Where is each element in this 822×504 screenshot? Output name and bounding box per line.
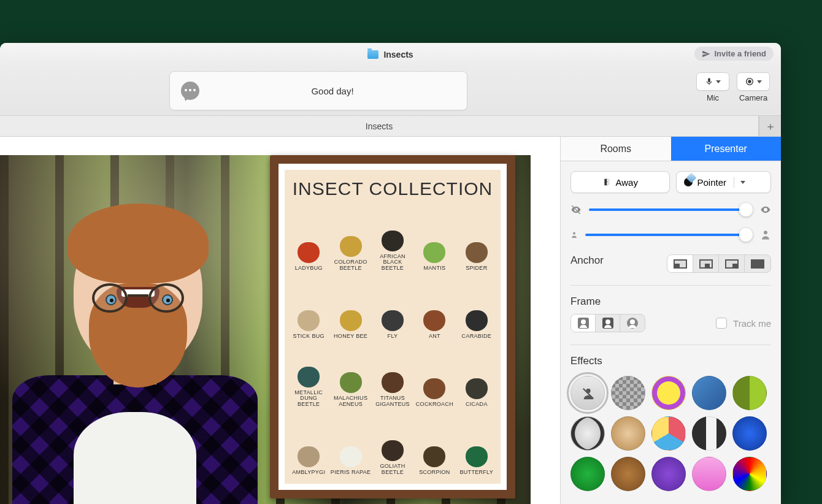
door-icon xyxy=(602,177,611,187)
effects-label: Effects xyxy=(570,355,771,367)
insect-label: CICADA xyxy=(466,402,488,407)
chat-icon xyxy=(181,82,199,100)
effect-duotone-green[interactable] xyxy=(732,376,767,410)
effect-sepia[interactable] xyxy=(611,416,645,451)
insect-cell: COCKROACH xyxy=(414,342,455,407)
effect-blue[interactable] xyxy=(732,416,767,451)
insect-cell: COLORADO BEETLE xyxy=(330,205,371,271)
app-window: Insects Invite a friend Good day! Mic xyxy=(0,43,781,504)
insect-label: SCORPION xyxy=(419,470,450,475)
effect-rainbow[interactable] xyxy=(732,457,767,491)
insect-icon xyxy=(298,446,320,467)
insect-cell: SPIDER xyxy=(456,205,497,271)
presenter-avatar xyxy=(0,185,276,504)
mic-button[interactable] xyxy=(696,72,729,91)
anchor-bottom-right[interactable] xyxy=(719,255,745,272)
effect-green[interactable] xyxy=(570,457,605,491)
size-slider[interactable] xyxy=(585,234,753,236)
anchor-bottom-center[interactable] xyxy=(693,255,719,272)
insect-label: FLY xyxy=(388,334,398,339)
insect-icon xyxy=(423,378,445,399)
tab-rooms[interactable]: Rooms xyxy=(561,137,671,161)
presentation-canvas[interactable]: INSECT COLLECTION LADYBUGCOLORADO BEETLE… xyxy=(0,137,560,504)
insect-icon xyxy=(382,231,404,251)
effect-split-bw[interactable] xyxy=(692,416,726,451)
insect-cell: METALLIC DUNG BEETLE xyxy=(288,342,329,407)
effect-none[interactable] xyxy=(570,376,605,410)
invite-friend-button[interactable]: Invite a friend xyxy=(694,47,774,61)
effect-rain[interactable] xyxy=(692,376,726,410)
insect-cell: CICADA xyxy=(456,342,497,407)
frame-option-1[interactable] xyxy=(571,315,596,332)
insect-label: STICK BUG xyxy=(293,334,325,339)
window-title: Insects xyxy=(383,50,413,59)
insect-cell: TITANUS GIGANTEUS xyxy=(372,342,413,407)
visibility-slider[interactable] xyxy=(589,208,753,211)
svg-point-2 xyxy=(764,231,767,234)
insect-icon xyxy=(466,446,488,467)
insect-icon xyxy=(298,310,320,331)
insect-cell: MALACHIUS AENEUS xyxy=(330,342,371,407)
insect-label: SPIDER xyxy=(466,265,487,271)
insect-label: COCKROACH xyxy=(416,402,453,407)
insect-icon xyxy=(382,372,404,393)
insect-label: PIERIS RAPAE xyxy=(331,470,371,475)
effect-purple[interactable] xyxy=(651,457,686,491)
chevron-down-icon xyxy=(757,80,762,83)
camera-button[interactable] xyxy=(737,72,770,91)
track-me-toggle[interactable]: Track me xyxy=(716,318,771,329)
insect-icon xyxy=(466,310,488,331)
frame-option-3[interactable] xyxy=(620,315,645,332)
insect-cell: SCORPION xyxy=(414,410,455,475)
insect-cell: MANTIS xyxy=(414,205,455,271)
insect-label: COLORADO BEETLE xyxy=(330,259,371,271)
insect-label: MALACHIUS AENEUS xyxy=(334,395,367,407)
insect-cell: ANT xyxy=(414,273,455,339)
insect-label: LADYBUG xyxy=(295,265,323,271)
insect-label: ANT xyxy=(429,334,440,339)
insect-icon xyxy=(466,378,488,399)
anchor-full[interactable] xyxy=(745,255,770,272)
document-tab[interactable]: Insects xyxy=(0,116,759,136)
effect-brown[interactable] xyxy=(611,457,645,491)
insect-icon xyxy=(298,242,320,263)
effect-film[interactable] xyxy=(570,416,605,451)
add-tab-button[interactable]: ＋ xyxy=(759,116,781,136)
chevron-down-icon xyxy=(740,181,745,184)
insect-icon xyxy=(298,367,320,388)
effect-neon-frame[interactable] xyxy=(651,376,686,410)
checkbox-icon xyxy=(716,318,727,329)
insect-cell: AMBLYPYGI xyxy=(288,410,329,475)
tab-presenter[interactable]: Presenter xyxy=(671,137,782,161)
insect-label: AFRICAN BLACK BEETLE xyxy=(372,254,413,271)
anchor-bottom-left[interactable] xyxy=(667,255,693,272)
chevron-down-icon xyxy=(716,80,721,83)
insect-icon xyxy=(423,242,445,263)
chat-message-text: Good day! xyxy=(209,86,456,96)
eye-off-icon xyxy=(570,204,582,215)
pointer-dropdown[interactable]: Pointer xyxy=(676,171,772,193)
person-large-icon xyxy=(760,229,771,241)
insect-icon xyxy=(340,236,362,257)
frame-segmented xyxy=(570,314,645,332)
insect-cell: GOLIATH BEETLE xyxy=(372,410,413,475)
insect-cell: STICK BUG xyxy=(288,273,329,339)
insect-icon xyxy=(423,446,445,467)
effect-pixelate[interactable] xyxy=(611,376,645,410)
chat-message-box[interactable]: Good day! xyxy=(169,71,467,110)
frame-label: Frame xyxy=(570,296,771,308)
insect-cell: PIERIS RAPAE xyxy=(330,410,371,475)
insect-label: CARABIDE xyxy=(462,334,491,339)
svg-point-1 xyxy=(573,232,575,235)
document-tabbar: Insects ＋ xyxy=(0,115,781,137)
frame-option-2[interactable] xyxy=(596,315,620,332)
microphone-icon xyxy=(705,77,713,86)
effects-grid xyxy=(570,376,771,491)
insect-icon xyxy=(423,310,445,331)
effect-pink-pill[interactable] xyxy=(692,457,726,491)
away-button[interactable]: Away xyxy=(570,171,670,193)
effect-rgb[interactable] xyxy=(651,416,686,451)
svg-point-0 xyxy=(748,80,751,83)
person-small-icon xyxy=(570,231,578,239)
insect-label: MANTIS xyxy=(423,265,445,271)
